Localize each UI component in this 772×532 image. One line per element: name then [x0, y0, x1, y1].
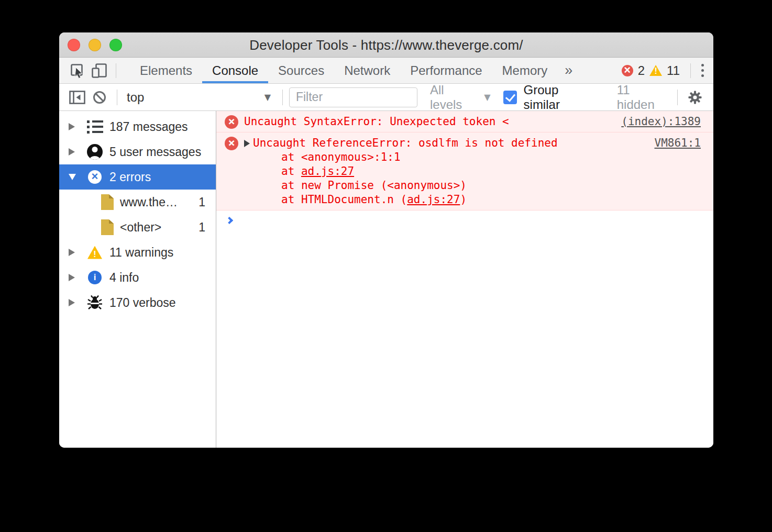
- error-badge-count[interactable]: 2: [638, 63, 645, 78]
- bug-icon: [87, 295, 103, 311]
- divider: [282, 90, 283, 105]
- console-error-message: Uncaught SyntaxError: Unexpected token <…: [216, 111, 713, 132]
- user-icon: [87, 144, 103, 160]
- log-level-selector[interactable]: All levels ▼: [430, 83, 491, 112]
- chevron-right-icon[interactable]: [69, 148, 75, 156]
- chevron-down-icon: ▼: [484, 92, 490, 102]
- warning-badge-icon[interactable]: [649, 65, 662, 76]
- source-location-link[interactable]: VM861:1: [644, 136, 701, 150]
- tab-elements[interactable]: Elements: [130, 58, 202, 83]
- expand-stack-triangle-icon[interactable]: [244, 140, 250, 147]
- source-location-link[interactable]: (index):1389: [611, 115, 701, 129]
- sidebar-item-warnings[interactable]: 11 warnings: [59, 240, 216, 265]
- divider: [117, 90, 117, 105]
- tab-console[interactable]: Console: [202, 58, 268, 83]
- info-icon: [88, 271, 102, 284]
- more-tabs-chevron-icon[interactable]: »: [557, 58, 580, 83]
- devtools-window: Developer Tools - https://www.theverge.c…: [59, 32, 713, 448]
- console-toolbar: top ▼ All levels ▼ Group similar 11 hidd…: [59, 84, 713, 111]
- error-icon: [225, 137, 238, 150]
- error-message-text: Uncaught ReferenceError: osdlfm is not d…: [253, 136, 644, 150]
- device-toolbar-icon[interactable]: [89, 60, 111, 82]
- error-icon: [88, 170, 102, 184]
- console-messages-pane[interactable]: Uncaught SyntaxError: Unexpected token <…: [216, 111, 713, 448]
- stack-frame-link[interactable]: ad.js:27: [301, 165, 354, 178]
- chevron-right-icon[interactable]: [69, 123, 75, 130]
- chevron-right-icon[interactable]: [69, 274, 75, 281]
- sidebar-item-error-source-theverge[interactable]: www.the… 1: [59, 190, 216, 215]
- console-settings-gear-icon[interactable]: [684, 86, 706, 108]
- minimize-window-button[interactable]: [89, 39, 101, 51]
- console-sidebar: 187 messages 5 user messages 2 errors ww…: [59, 111, 216, 448]
- console-prompt-chevron-icon: [226, 217, 233, 224]
- chevron-right-icon[interactable]: [69, 299, 75, 306]
- inspect-element-icon[interactable]: [67, 60, 89, 82]
- tab-sources[interactable]: Sources: [268, 58, 334, 83]
- file-icon: [101, 219, 114, 235]
- close-window-button[interactable]: [68, 39, 80, 51]
- console-content: 187 messages 5 user messages 2 errors ww…: [59, 111, 713, 448]
- error-icon: [225, 115, 238, 129]
- chevron-right-icon[interactable]: [69, 249, 75, 256]
- error-message-text: Uncaught SyntaxError: Unexpected token <: [244, 115, 611, 129]
- maximize-window-button[interactable]: [109, 39, 122, 51]
- devtools-menu-icon[interactable]: [696, 61, 709, 80]
- warning-icon: [87, 246, 102, 259]
- console-prompt[interactable]: [216, 210, 713, 223]
- sidebar-item-errors[interactable]: 2 errors: [59, 164, 216, 190]
- divider: [116, 63, 116, 78]
- traffic-lights: [68, 39, 122, 51]
- stack-trace: at <anonymous>:1:1 at ad.js:27 at new Pr…: [281, 150, 644, 207]
- tab-memory[interactable]: Memory: [492, 58, 558, 83]
- messages-list-icon: [87, 120, 103, 134]
- console-error-message: Uncaught ReferenceError: osdlfm is not d…: [216, 132, 713, 210]
- clear-console-icon[interactable]: [89, 86, 111, 108]
- tab-bar: Elements Console Sources Network Perform…: [59, 58, 713, 84]
- sidebar-item-verbose[interactable]: 170 verbose: [59, 290, 216, 315]
- error-source-count: 1: [198, 195, 205, 209]
- filter-input[interactable]: [289, 87, 417, 107]
- sidebar-item-user-messages[interactable]: 5 user messages: [59, 139, 216, 164]
- stack-frame-link[interactable]: ad.js:27: [407, 193, 460, 206]
- stack-frame: at <anonymous>:1:1: [281, 150, 644, 164]
- sidebar-item-error-source-other[interactable]: <other> 1: [59, 215, 216, 240]
- chevron-down-icon[interactable]: [69, 174, 76, 180]
- divider: [677, 90, 678, 105]
- toggle-sidebar-icon[interactable]: [67, 86, 89, 108]
- stack-frame: at ad.js:27: [281, 164, 644, 179]
- panel-tabs: Elements Console Sources Network Perform…: [130, 58, 580, 83]
- hidden-count-label: 11 hidden: [617, 83, 671, 112]
- window-title: Developer Tools - https://www.theverge.c…: [59, 32, 713, 58]
- error-source-count: 1: [198, 220, 205, 235]
- sidebar-item-messages[interactable]: 187 messages: [59, 114, 216, 139]
- tab-network[interactable]: Network: [334, 58, 400, 83]
- stack-frame: at new Promise (<anonymous>): [281, 179, 644, 193]
- group-similar-checkbox[interactable]: [503, 91, 517, 104]
- sidebar-item-info[interactable]: 4 info: [59, 265, 216, 290]
- warning-badge-count[interactable]: 11: [667, 63, 680, 78]
- execution-context-selector[interactable]: top ▼: [124, 84, 276, 110]
- group-similar-label[interactable]: Group similar: [524, 83, 598, 112]
- error-badge-icon[interactable]: [622, 65, 633, 76]
- chevron-down-icon: ▼: [264, 92, 271, 102]
- tab-performance[interactable]: Performance: [400, 58, 492, 83]
- divider: [690, 63, 691, 78]
- file-icon: [101, 194, 114, 210]
- stack-frame: at HTMLDocument.n (ad.js:27): [281, 193, 644, 207]
- titlebar: Developer Tools - https://www.theverge.c…: [59, 32, 713, 58]
- issue-badges: 2 11: [622, 63, 685, 78]
